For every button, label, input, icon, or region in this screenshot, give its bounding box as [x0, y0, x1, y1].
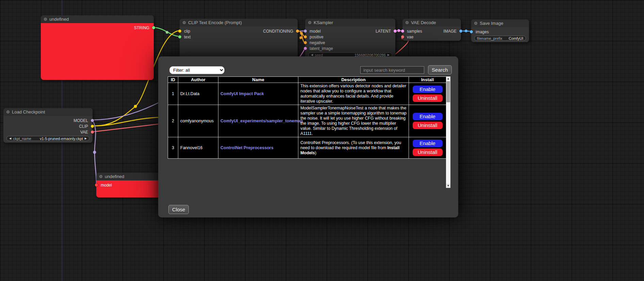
close-button[interactable]: Close	[168, 205, 189, 214]
wire-string-text	[154, 28, 180, 36]
previous-arrow-icon[interactable]: ◀	[9, 137, 11, 140]
collapse-dot-icon[interactable]	[99, 175, 102, 178]
cell-name: ComfyUI_experiments/sampler_tonemap	[218, 105, 298, 137]
search-button[interactable]: Search	[428, 65, 452, 74]
collapse-dot-icon[interactable]	[6, 110, 10, 113]
node-save-image[interactable]: Save Image images filename_prefix ComfyU…	[471, 19, 529, 42]
cell-description: ModelSamplerTonemapNoiseTest a node that…	[298, 105, 409, 137]
ckpt-name-widget[interactable]: ◀ ckpt_name v1-5-pruned-emaonly.ckpt ▶	[6, 136, 89, 141]
output-label: VAE	[80, 130, 88, 135]
enable-button[interactable]: Enable	[413, 113, 443, 120]
input-pin-model[interactable]	[304, 30, 307, 33]
table-row: 2comfyanonymousComfyUI_experiments/sampl…	[168, 105, 446, 137]
wire-dot	[300, 32, 303, 35]
table-header-row: ID Author Name Description Install	[168, 77, 446, 83]
input-label: clip	[184, 29, 190, 34]
filename-prefix-widget[interactable]: filename_prefix ComfyUI	[474, 36, 526, 41]
wire-clip-2	[93, 117, 162, 126]
enable-button[interactable]: Enable	[413, 140, 443, 147]
extension-link[interactable]: ControlNet Preprocessors	[220, 145, 274, 150]
header-install: Install	[409, 77, 446, 83]
cell-name: ControlNet Preprocessors	[218, 137, 298, 159]
uninstall-button[interactable]: Uninstall	[413, 122, 443, 129]
cell-install: EnableUninstall	[409, 137, 446, 159]
scrollbar-thumb[interactable]	[446, 81, 450, 102]
decrement-arrow-icon[interactable]: ◀	[311, 54, 313, 56]
wire-dot	[166, 31, 168, 34]
node-body: STRING	[41, 23, 154, 80]
input-pin-clip[interactable]	[178, 30, 181, 33]
input-label: vae	[407, 35, 413, 39]
uninstall-button[interactable]: Uninstall	[413, 94, 443, 102]
collapse-dot-icon[interactable]	[474, 22, 477, 25]
node-header[interactable]: KSampler	[305, 19, 395, 27]
collapse-dot-icon[interactable]	[183, 21, 186, 24]
input-label: samples	[407, 29, 422, 34]
next-arrow-icon[interactable]: ▶	[85, 137, 87, 140]
node-title: VAE Decode	[411, 20, 436, 25]
filter-select[interactable]: Filter: all	[169, 66, 225, 74]
scroll-down-icon[interactable]: ▼	[446, 183, 450, 188]
node-header[interactable]: undefined	[41, 15, 154, 23]
collapse-dot-icon[interactable]	[44, 18, 47, 21]
node-title: undefined	[49, 17, 69, 22]
node-body: MODEL CLIP VAE ◀ ckpt_name v1-5-pruned-e…	[3, 116, 93, 143]
output-pin-latent[interactable]	[394, 30, 397, 33]
output-pin-conditioning[interactable]	[296, 30, 299, 33]
input-pin-samples[interactable]	[401, 30, 404, 33]
input-pin-images[interactable]	[470, 30, 473, 33]
wire-dot	[93, 151, 96, 154]
wire-dot	[134, 105, 137, 108]
cell-author: Dr.Lt.Data	[178, 83, 218, 105]
extensions-table-body: 1Dr.Lt.DataComfyUI Impact PackThis exten…	[168, 83, 446, 159]
node-header[interactable]: VAE Decode	[402, 19, 461, 27]
scroll-up-icon[interactable]: ▲	[446, 76, 450, 81]
header-author: Author	[178, 77, 218, 83]
node-graph-canvas[interactable]: undefined STRING CLIP Text Encode (Promp…	[0, 0, 644, 281]
widget-label: ckpt_name	[13, 137, 31, 141]
widget-value: ComfyUI	[509, 36, 523, 40]
input-pin-negative[interactable]	[304, 41, 307, 44]
header-id: ID	[168, 77, 178, 83]
wire-dot	[397, 29, 400, 32]
enable-button[interactable]: Enable	[413, 86, 443, 93]
description-text: ControlNet Preprocessors. (To use this e…	[300, 140, 401, 150]
table-row: 1Dr.Lt.DataComfyUI Impact PackThis exten…	[168, 83, 446, 105]
node-load-checkpoint[interactable]: Load Checkpoint MODEL CLIP VAE ◀ ckpt_na…	[3, 108, 93, 143]
uninstall-button[interactable]: Uninstall	[413, 148, 443, 156]
cell-description: This extension offers various detector n…	[298, 83, 409, 105]
input-label: positive	[310, 35, 324, 39]
extension-link[interactable]: ComfyUI Impact Pack	[220, 91, 264, 96]
node-header[interactable]: Save Image	[471, 19, 529, 27]
collapse-dot-icon[interactable]	[308, 21, 311, 24]
input-pin-positive[interactable]	[304, 35, 307, 38]
output-pin-image[interactable]	[459, 30, 462, 33]
table-scrollbar[interactable]: ▲ ▼	[446, 76, 450, 188]
output-pin-model[interactable]	[91, 119, 94, 122]
wire-model-undefined	[93, 120, 96, 185]
output-pin-string[interactable]	[152, 26, 155, 29]
header-name: Name	[218, 77, 298, 83]
node-title: CLIP Text Encode (Prompt)	[188, 20, 242, 25]
cell-id: 3	[168, 137, 178, 159]
output-pin-vae[interactable]	[91, 130, 94, 134]
output-pin-clip[interactable]	[91, 125, 94, 128]
increment-arrow-icon[interactable]: ▶	[387, 54, 390, 56]
input-pin-latent-image[interactable]	[304, 47, 307, 50]
node-vae-decode[interactable]: VAE Decode samples IMAGE vae	[402, 19, 461, 41]
cell-id: 2	[168, 105, 178, 137]
input-pin-text[interactable]	[178, 35, 181, 38]
header-description: Description	[298, 77, 409, 83]
collapse-dot-icon[interactable]	[406, 21, 409, 24]
manager-dialog: Filter: all Search ID Author Name Descri…	[158, 56, 458, 217]
node-title: Save Image	[480, 21, 503, 26]
input-pin-vae[interactable]	[401, 35, 404, 38]
extension-link[interactable]: ComfyUI_experiments/sampler_tonemap	[220, 119, 303, 123]
search-input[interactable]	[360, 66, 424, 74]
node-header[interactable]: CLIP Text Encode (Prompt)	[180, 19, 298, 27]
input-pin-model[interactable]	[95, 183, 98, 187]
cell-name: ComfyUI Impact Pack	[218, 83, 298, 105]
input-label: text	[184, 35, 191, 39]
node-header[interactable]: Load Checkpoint	[3, 108, 93, 116]
node-undefined-top[interactable]: undefined STRING	[41, 15, 154, 80]
